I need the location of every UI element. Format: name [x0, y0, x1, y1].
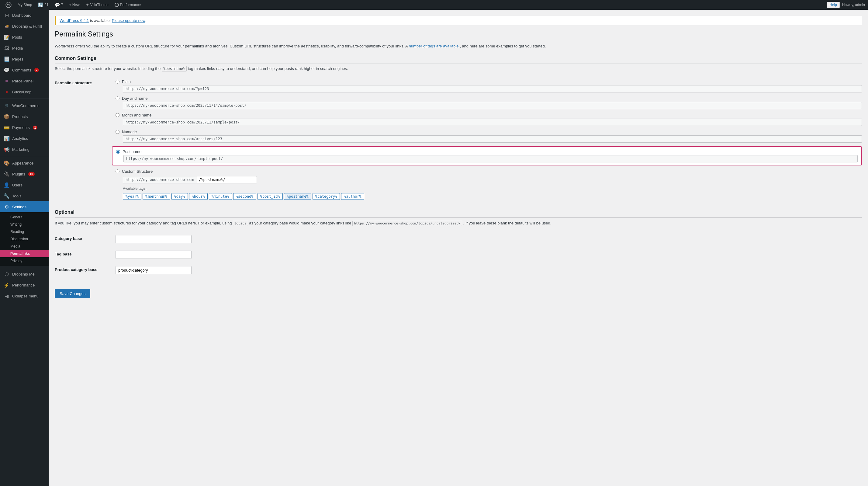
sidebar-item-pages[interactable]: 📃 Pages	[0, 54, 49, 64]
adminbar-performance[interactable]: Performance	[112, 0, 144, 10]
save-changes-button[interactable]: Save Changes	[55, 289, 90, 298]
radio-plain[interactable]	[116, 80, 120, 84]
comments-count: 7	[61, 3, 63, 7]
please-update-link[interactable]: Please update now	[112, 18, 145, 23]
sidebar-item-woocommerce[interactable]: 🛒 WooCommerce	[0, 100, 49, 111]
option-numeric-label[interactable]: Numeric	[116, 129, 862, 134]
tag-base-row: Tag base	[55, 247, 862, 263]
sidebar-item-dropship-fulfill[interactable]: 🚚 Dropship & Fulfill	[0, 21, 49, 32]
main-content: WordPress 6.4.1 is available! Please upd…	[49, 10, 868, 486]
option-plain-label[interactable]: Plain	[116, 80, 862, 84]
sidebar-item-settings[interactable]: ⚙ Settings	[0, 201, 49, 212]
adminbar-wp-logo[interactable]: W	[3, 0, 14, 10]
tag-hour[interactable]: %hour%	[189, 193, 208, 200]
sidebar-item-comments[interactable]: 💬 Comments 7	[0, 64, 49, 75]
tag-second[interactable]: %second%	[233, 193, 256, 200]
tag-day[interactable]: %day%	[172, 193, 188, 200]
adminbar-comments[interactable]: 💬 7	[52, 0, 66, 10]
tag-year[interactable]: %year%	[123, 193, 142, 200]
sidebar-item-buckydrop[interactable]: ● BuckyDrop	[0, 86, 49, 97]
adminbar-villatheme[interactable]: ★ VillaTheme	[83, 0, 111, 10]
sidebar-item-products[interactable]: 📦 Products	[0, 111, 49, 122]
radio-day-name[interactable]	[116, 96, 120, 100]
performance-circle-icon	[115, 3, 119, 7]
custom-structure-input[interactable]	[196, 176, 257, 183]
adminbar-new[interactable]: + New	[67, 0, 82, 10]
option-plain-text: Plain	[122, 80, 131, 84]
option-post-name-label[interactable]: Post name	[116, 149, 858, 154]
custom-prefix: https://my-woocommerce-shop.com	[123, 176, 196, 183]
sidebar-item-dropship-me[interactable]: ⬡ Dropship Me	[0, 269, 49, 279]
comments-badge: 7	[34, 68, 39, 72]
category-base-label: Category base	[55, 232, 116, 247]
sidebar-item-posts[interactable]: 📝 Posts	[0, 32, 49, 42]
wordpress-update-link[interactable]: WordPress 6.4.1	[60, 18, 89, 23]
sidebar: ⊞ Dashboard 🚚 Dropship & Fulfill 📝 Posts…	[0, 10, 49, 486]
submenu-writing[interactable]: Writing	[0, 221, 49, 228]
help-button[interactable]: Help	[827, 2, 840, 8]
submenu-discussion[interactable]: Discussion	[0, 235, 49, 243]
sidebar-label-parcelpanel: ParcelPanel	[12, 79, 33, 83]
sidebar-item-appearance[interactable]: 🎨 Appearance	[0, 157, 49, 169]
category-base-input[interactable]	[116, 235, 191, 243]
intro-text-before: WordPress offers you the ability to crea…	[55, 44, 409, 48]
category-base-row: Category base	[55, 232, 862, 247]
sidebar-item-tools[interactable]: 🔧 Tools	[0, 190, 49, 201]
users-icon: 👤	[4, 182, 10, 188]
sidebar-item-performance[interactable]: ⚡ Performance	[0, 279, 49, 291]
radio-numeric[interactable]	[116, 130, 120, 134]
submenu-privacy[interactable]: Privacy	[0, 257, 49, 265]
tag-monthnum[interactable]: %monthnum%	[143, 193, 170, 200]
submenu-reading[interactable]: Reading	[0, 228, 49, 235]
radio-post-name[interactable]	[116, 150, 120, 154]
submenu-general[interactable]: General	[0, 213, 49, 221]
tag-author[interactable]: %author%	[341, 193, 364, 200]
sidebar-item-parcelpanel[interactable]: ■ ParcelPanel	[0, 75, 49, 86]
optional-settings-table: Category base Tag base Product category …	[55, 232, 862, 278]
optional-desc-after: . If you leave these blank the defaults …	[463, 221, 552, 225]
site-name-label: My Shop	[18, 3, 32, 7]
adminbar-updates[interactable]: 🔄 21	[36, 0, 51, 10]
sidebar-item-analytics[interactable]: 📊 Analytics	[0, 133, 49, 144]
media-icon: 🖼	[4, 45, 10, 51]
sidebar-label-plugins: Plugins	[12, 172, 25, 176]
option-month-name-label[interactable]: Month and name	[116, 113, 862, 117]
option-plain: Plain https://my-woocommerce-shop.com/?p…	[116, 80, 862, 92]
new-label: + New	[69, 3, 79, 7]
available-tags-label: Available tags:	[123, 186, 862, 191]
sidebar-item-payments[interactable]: 💳 Payments 1	[0, 122, 49, 133]
radio-custom[interactable]	[116, 170, 120, 173]
sidebar-label-dashboard: Dashboard	[12, 13, 32, 18]
sidebar-label-dropship-me: Dropship Me	[12, 272, 35, 276]
sidebar-label-buckydrop: BuckyDrop	[12, 90, 32, 94]
sidebar-item-marketing[interactable]: 📢 Marketing	[0, 144, 49, 155]
tag-minute[interactable]: %minute%	[209, 193, 232, 200]
sidebar-item-collapse[interactable]: ◀ Collapse menu	[0, 291, 49, 301]
option-day-name-label[interactable]: Day and name	[116, 96, 862, 101]
sidebar-item-dashboard[interactable]: ⊞ Dashboard	[0, 10, 49, 21]
submenu-media[interactable]: Media	[0, 243, 49, 250]
sidebar-item-users[interactable]: 👤 Users	[0, 179, 49, 190]
option-custom-label[interactable]: Custom Structure	[116, 169, 862, 174]
submenu-permalinks[interactable]: Permalinks	[0, 250, 49, 257]
radio-month-name[interactable]	[116, 113, 120, 117]
sidebar-item-media[interactable]: 🖼 Media	[0, 42, 49, 54]
tag-base-input[interactable]	[116, 251, 191, 259]
tags-list: %year% %monthnum% %day% %hour% %minute% …	[123, 193, 862, 200]
collapse-icon: ◀	[4, 293, 10, 299]
url-plain: https://my-woocommerce-shop.com/?p=123	[123, 85, 862, 92]
tags-available-link[interactable]: number of tags are available	[409, 44, 459, 48]
tag-post-id[interactable]: %post_id%	[257, 193, 283, 200]
option-numeric-text: Numeric	[122, 129, 136, 134]
postname-tag: %postname%	[162, 66, 187, 71]
product-category-base-input[interactable]	[116, 266, 191, 274]
sidebar-label-dropship-fulfill: Dropship & Fulfill	[12, 24, 42, 29]
tag-category[interactable]: %category%	[313, 193, 340, 200]
performance-menu-icon: ⚡	[4, 282, 10, 288]
permalink-structure-options: Plain https://my-woocommerce-shop.com/?p…	[116, 76, 862, 204]
sidebar-item-plugins[interactable]: 🔌 Plugins 10	[0, 169, 49, 179]
adminbar-site-name[interactable]: My Shop	[15, 0, 34, 10]
option-post-name-text: Post name	[123, 149, 142, 154]
tag-postname[interactable]: %postname%	[284, 193, 311, 200]
sidebar-label-analytics: Analytics	[12, 136, 28, 141]
